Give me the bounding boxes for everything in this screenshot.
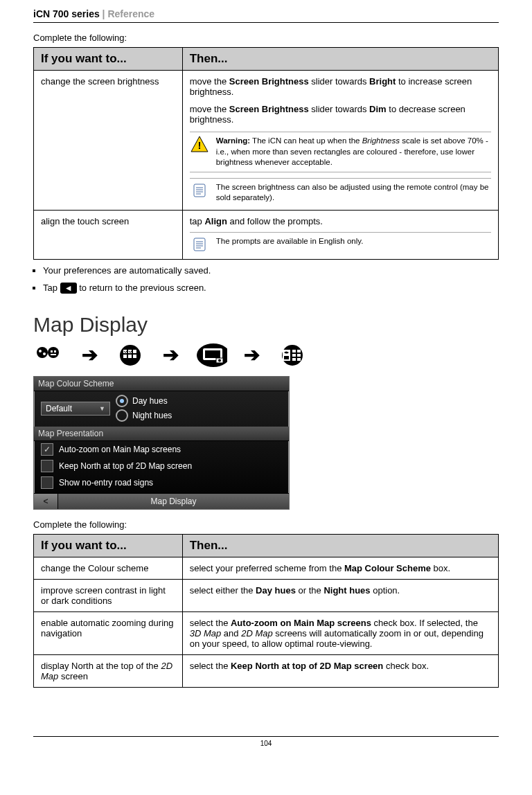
table-brightness: If you want to... Then... change the scr… xyxy=(33,47,499,260)
cell-change-brightness: change the screen brightness xyxy=(34,71,183,211)
svg-rect-16 xyxy=(51,350,53,352)
svg-point-15 xyxy=(43,352,46,355)
radio-night-hues[interactable] xyxy=(116,409,128,422)
svg-rect-22 xyxy=(133,350,136,353)
nav-icon-4 xyxy=(276,344,308,366)
label-autozoom: Auto-zoom on Main Map screens xyxy=(59,445,181,454)
header-sep: | xyxy=(100,8,108,19)
para-bright: move the Screen Brightness slider toward… xyxy=(190,76,491,97)
svg-rect-34 xyxy=(292,350,296,352)
shot-footer: < Map Display xyxy=(34,493,289,509)
bullet-list: Your preferences are automatically saved… xyxy=(43,265,499,294)
cell-align-screen: align the touch screen xyxy=(34,210,183,259)
bullet-saved: Your preferences are automatically saved… xyxy=(43,265,499,276)
svg-point-12 xyxy=(37,347,48,358)
note-icon xyxy=(190,236,209,253)
cell-autozoom-then: select the Auto-zoom on Main Map screens… xyxy=(182,612,498,655)
para-align: tap Align and follow the prompts. xyxy=(190,216,491,226)
svg-rect-28 xyxy=(205,350,220,358)
note-block-remote: The screen brightness can also be adjust… xyxy=(190,178,491,207)
intro-text-1: Complete the following: xyxy=(33,33,499,43)
shot-row-c3: Show no-entry road signs xyxy=(34,474,289,493)
shot-row-c2: Keep North at top of 2D Map screen xyxy=(34,458,289,474)
arrow-icon: ➔ xyxy=(163,343,179,366)
svg-rect-17 xyxy=(54,350,56,352)
shot-back-button[interactable]: < xyxy=(34,494,58,509)
th-if-1: If you want to... xyxy=(34,48,183,71)
svg-point-30 xyxy=(218,359,221,361)
header-series: iCN 700 series xyxy=(33,8,100,19)
section-title: Map Display xyxy=(33,313,499,337)
th-then-1: Then... xyxy=(182,48,498,71)
page-number: 104 xyxy=(260,740,272,747)
shot-footer-title: Map Display xyxy=(58,497,289,506)
checkbox-autozoom[interactable]: ✓ xyxy=(41,443,53,456)
warning-text: Warning: The iCN can heat up when the Br… xyxy=(216,136,491,168)
svg-point-13 xyxy=(48,347,59,358)
cell-keepnorth: display North at the top of the 2D Map s… xyxy=(34,655,183,688)
shot-bar-scheme: Map Colour Scheme xyxy=(34,377,289,391)
back-icon: ◄ xyxy=(60,283,77,294)
shot-row-scheme: Default ▼ Day hues Night hues xyxy=(34,391,289,424)
label-night-hues: Night hues xyxy=(132,411,172,420)
radio-day-hues[interactable] xyxy=(116,395,128,407)
svg-rect-37 xyxy=(297,354,301,357)
table-mapdisplay: If you want to... Then... change the Col… xyxy=(33,534,499,688)
screenshot-map-display: Map Colour Scheme Default ▼ Day hues Nig… xyxy=(33,376,290,510)
warning-icon: ! xyxy=(190,136,209,152)
label-day-hues: Day hues xyxy=(132,396,168,406)
svg-text:!: ! xyxy=(197,139,201,151)
nav-icon-3 xyxy=(195,344,227,366)
svg-rect-33 xyxy=(284,356,289,359)
cell-change-brightness-then: move the Screen Brightness slider toward… xyxy=(182,71,498,211)
para-dim: move the Screen Brightness slider toward… xyxy=(190,104,491,125)
header-section: Reference xyxy=(107,8,154,19)
page-header: iCN 700 series | Reference xyxy=(33,8,499,23)
chevron-down-icon: ▼ xyxy=(99,405,105,412)
page-footer: 104 xyxy=(33,736,499,747)
note-text-english: The prompts are available in English onl… xyxy=(216,236,364,247)
intro-text-2: Complete the following: xyxy=(33,519,499,530)
arrow-icon: ➔ xyxy=(82,343,98,366)
bullet-back: Tap ◄ to return to the previous screen. xyxy=(43,283,499,294)
cell-contrast-then: select either the Day hues or the Night … xyxy=(182,580,498,612)
label-noentry: Show no-entry road signs xyxy=(59,478,153,488)
svg-rect-2 xyxy=(194,184,205,197)
note-icon xyxy=(190,182,209,199)
svg-point-14 xyxy=(39,350,42,352)
svg-rect-36 xyxy=(292,354,296,357)
svg-rect-23 xyxy=(123,355,127,358)
cell-contrast: improve screen contrast in light or dark… xyxy=(34,580,183,612)
cell-colour-scheme-then: select your preferred scheme from the Ma… xyxy=(182,557,498,580)
nav-icon-1 xyxy=(33,344,65,366)
shot-bar-presentation: Map Presentation xyxy=(34,427,289,441)
checkbox-noentry[interactable] xyxy=(41,476,53,489)
label-keepnorth: Keep North at top of 2D Map screen xyxy=(59,461,192,471)
cell-align-screen-then: tap Align and follow the prompts. The pr… xyxy=(182,210,498,259)
th-then-2: Then... xyxy=(182,535,498,557)
note-block-english: The prompts are available in English onl… xyxy=(190,232,491,256)
svg-rect-25 xyxy=(133,355,136,358)
note-text-remote: The screen brightness can also be adjust… xyxy=(216,182,491,204)
svg-rect-35 xyxy=(297,350,301,352)
cell-colour-scheme: change the Colour scheme xyxy=(34,557,183,580)
th-if-2: If you want to... xyxy=(34,535,183,557)
cell-keepnorth-then: select the Keep North at top of 2D Map s… xyxy=(182,655,498,688)
arrow-icon: ➔ xyxy=(244,343,260,366)
checkbox-keepnorth[interactable] xyxy=(41,460,53,472)
cell-autozoom: enable automatic zooming during navigati… xyxy=(34,612,183,655)
svg-rect-18 xyxy=(51,354,56,355)
nav-icon-2 xyxy=(114,344,146,366)
svg-rect-38 xyxy=(292,358,296,361)
shot-row-c1: ✓ Auto-zoom on Main Map screens xyxy=(34,441,289,458)
svg-rect-7 xyxy=(194,238,205,251)
scheme-dropdown[interactable]: Default ▼ xyxy=(41,402,110,416)
svg-rect-39 xyxy=(297,358,301,361)
svg-rect-24 xyxy=(128,355,132,358)
warning-block: ! Warning: The iCN can heat up when the … xyxy=(190,132,491,172)
nav-path: ➔ ➔ ➔ xyxy=(33,343,499,366)
